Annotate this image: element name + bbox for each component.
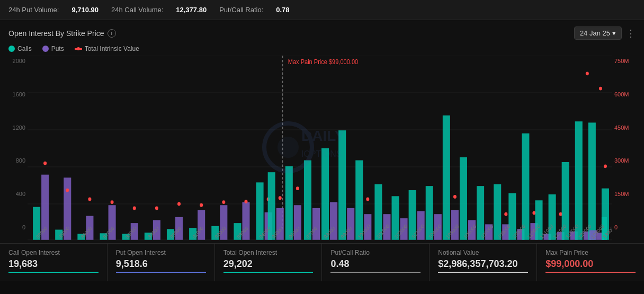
stat-label: Notional Value: [438, 249, 528, 256]
svg-rect-57: [355, 161, 363, 240]
svg-point-47: [279, 196, 282, 200]
stat-value: $99,000.00: [545, 259, 636, 270]
stat-label: Call Open Interest: [8, 249, 99, 256]
svg-rect-48: [285, 166, 293, 240]
stat-underline: [545, 272, 636, 273]
svg-point-92: [586, 72, 589, 75]
stat-underline: [438, 272, 528, 273]
svg-point-50: [296, 186, 299, 190]
intrinsic-legend: Total Intrinsic Value: [75, 45, 139, 52]
svg-point-77: [504, 212, 507, 216]
chart-inner: DAILY IOPTIONS Max Pain Price $99,000.00: [28, 56, 612, 241]
chart-svg: Max Pain Price $99,000.00: [28, 56, 612, 241]
svg-rect-52: [312, 208, 320, 240]
svg-point-41: [244, 200, 247, 203]
stat-item-5: Max Pain Price $99,000.00: [537, 244, 644, 281]
bottom-stats: Call Open Interest 19,683 Put Open Inter…: [0, 243, 644, 281]
chart-title: Open Interest By Strike Price: [8, 29, 104, 38]
svg-rect-53: [321, 148, 329, 240]
stat-item-1: Put Open Interest 9,518.6: [108, 244, 215, 281]
puts-dot: [42, 46, 49, 52]
svg-rect-93: [588, 122, 596, 239]
svg-point-98: [604, 164, 607, 168]
chevron-down-icon: ▾: [612, 29, 616, 37]
calls-dot: [8, 46, 15, 52]
svg-point-17: [66, 189, 69, 192]
y-axis-left: 2000 1600 1200 800 400 0: [8, 56, 28, 241]
stat-underline: [116, 272, 206, 273]
svg-rect-51: [304, 161, 311, 240]
y-axis-right: 750M 600M 450M 300M 150M 0: [612, 56, 636, 241]
stat-label: Put Open Interest: [116, 249, 206, 256]
calls-legend: Calls: [8, 45, 32, 52]
put-volume-value: 9,710.90: [71, 6, 99, 14]
date-button[interactable]: 24 Jan 25 ▾: [574, 26, 622, 40]
call-volume-label: 24h Call Volume:: [111, 6, 163, 14]
chart-header: Open Interest By Strike Price i 24 Jan 2…: [8, 26, 636, 40]
svg-point-70: [453, 195, 457, 199]
stat-item-4: Notional Value $2,986,357,703.20: [430, 244, 537, 281]
chart-area: 2000 1600 1200 800 400 0 DAILY IOPTIONS: [8, 56, 636, 241]
intrinsic-dash: [75, 48, 82, 50]
chart-container: Open Interest By Strike Price i 24 Jan 2…: [0, 20, 644, 243]
stat-item-0: Call Open Interest 19,683: [0, 244, 108, 281]
stat-item-3: Put/Call Ratio 0.48: [322, 244, 430, 281]
put-call-ratio-label: Put/Call Ratio:: [219, 6, 263, 14]
call-volume-value: 12,377.80: [176, 6, 207, 14]
stat-value: 0.48: [330, 259, 421, 270]
stat-label: Max Pain Price: [545, 249, 636, 256]
stat-underline: [330, 272, 421, 273]
put-call-ratio-value: 0.78: [276, 6, 289, 14]
info-icon[interactable]: i: [108, 29, 116, 38]
stat-value: 29,202: [223, 259, 314, 270]
svg-point-14: [43, 162, 47, 165]
svg-point-38: [222, 200, 225, 204]
svg-rect-68: [443, 115, 450, 240]
svg-rect-56: [347, 208, 354, 240]
chart-title-group: Open Interest By Strike Price i: [8, 29, 116, 38]
stat-label: Total Open Interest: [223, 249, 314, 256]
stat-value: $2,986,357,703.20: [438, 259, 528, 270]
svg-point-59: [366, 198, 369, 201]
puts-label: Puts: [51, 45, 64, 52]
svg-point-29: [155, 207, 158, 210]
svg-point-32: [177, 202, 181, 206]
svg-rect-71: [460, 157, 467, 240]
svg-point-23: [111, 200, 114, 204]
put-volume-label: 24h Put Volume:: [8, 6, 59, 14]
svg-point-20: [88, 198, 91, 201]
svg-text:Max Pain Price $99,000.00: Max Pain Price $99,000.00: [288, 58, 359, 65]
stat-underline: [8, 272, 99, 273]
top-bar: 24h Put Volume: 9,710.90 24h Call Volume…: [0, 0, 644, 20]
svg-rect-90: [575, 121, 583, 240]
stat-underline: [223, 272, 314, 273]
intrinsic-label: Total Intrinsic Value: [85, 45, 139, 52]
stat-value: 9,518.6: [116, 259, 206, 270]
svg-rect-55: [338, 130, 346, 240]
puts-legend: Puts: [42, 45, 64, 52]
date-label: 24 Jan 25: [580, 29, 610, 37]
stat-value: 19,683: [8, 259, 99, 270]
calls-label: Calls: [17, 45, 32, 52]
svg-point-35: [200, 203, 203, 207]
legend: Calls Puts Total Intrinsic Value: [8, 45, 636, 52]
stat-label: Put/Call Ratio: [330, 249, 421, 256]
header-right: 24 Jan 25 ▾ ⋮: [574, 26, 636, 40]
stat-item-2: Total Open Interest 29,202: [215, 244, 323, 281]
svg-point-26: [133, 207, 136, 210]
svg-point-95: [599, 87, 602, 91]
more-options-button[interactable]: ⋮: [626, 29, 636, 38]
